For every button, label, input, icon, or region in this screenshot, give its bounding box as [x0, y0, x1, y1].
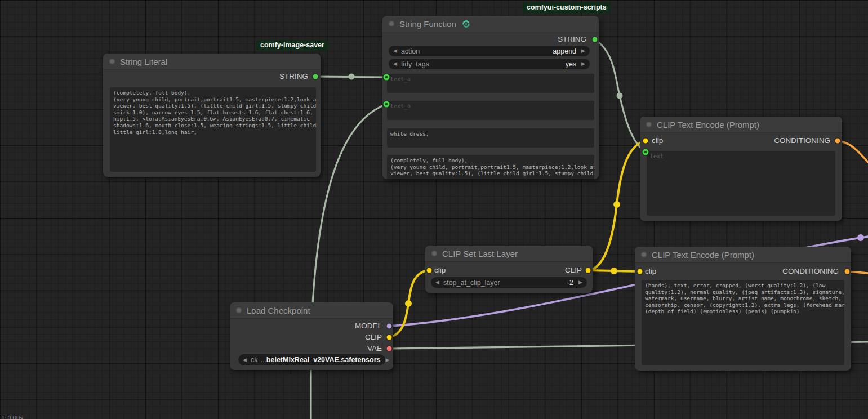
text-a-placeholder: text_a	[390, 76, 411, 82]
node-title: CLIP Set Last Layer	[442, 249, 518, 258]
node-clip-set-last-layer[interactable]: CLIP Set Last Layer clip CLIP ◀ stop_at_…	[425, 246, 593, 293]
widget-increment-arrow[interactable]: ▶	[578, 280, 582, 285]
widget-label: stop_at_clip_layer	[443, 279, 500, 287]
output-label-string: STRING	[558, 35, 586, 43]
widget-value: beletMixReal_v20VAE.safetensors	[266, 356, 381, 364]
widget-decrement-arrow[interactable]: ◀	[393, 61, 397, 66]
widget-decrement-arrow[interactable]: ◀	[243, 358, 247, 363]
widget-stop-at-clip-layer[interactable]: ◀ stop_at_clip_layer -2 ▶	[431, 277, 587, 288]
custom-scripts-icon	[461, 19, 471, 29]
reroute-dot-clip-3[interactable]	[613, 201, 620, 208]
reroute-dot-model[interactable]	[857, 234, 864, 241]
output-slot-model[interactable]	[387, 324, 392, 329]
collapse-dot[interactable]	[431, 251, 437, 256]
widget-increment-arrow[interactable]: ▶	[581, 61, 585, 66]
output-label-conditioning: CONDITIONING	[782, 268, 839, 275]
text-textarea[interactable]: text	[647, 151, 835, 216]
reroute-dot-clip-1[interactable]	[405, 300, 412, 307]
output-slot-conditioning[interactable]	[835, 139, 840, 144]
widget-value: append	[420, 47, 576, 55]
widget-value: yes	[429, 60, 576, 68]
node-title-bar[interactable]: CLIP Text Encode (Prompt)	[635, 247, 851, 263]
node-title: Load Checkpoint	[247, 306, 310, 315]
node-title: String Function	[399, 19, 456, 29]
reroute-dot-string[interactable]	[349, 74, 355, 80]
input-label-clip: clip	[645, 268, 656, 275]
text-b-textarea[interactable]: text_b	[387, 101, 594, 120]
widget-label-ellipsis: ...	[260, 356, 266, 364]
input-slot-clip[interactable]	[427, 268, 432, 273]
output-slot-clip[interactable]	[387, 335, 392, 340]
widget-decrement-arrow[interactable]: ◀	[393, 48, 397, 54]
collapse-dot[interactable]	[646, 122, 652, 127]
output-label-model: MODEL	[355, 322, 382, 330]
widget-label: ck	[251, 356, 258, 364]
node-title-bar[interactable]: String Literal	[103, 54, 321, 70]
widget-action[interactable]: ◀ action append ▶	[389, 46, 590, 56]
output-slot-string[interactable]	[313, 74, 318, 79]
reroute-dot-string-2[interactable]	[617, 93, 623, 99]
input-slot-clip[interactable]	[638, 269, 643, 274]
output-label-conditioning: CONDITIONING	[774, 137, 830, 145]
output-slot-clip[interactable]	[586, 268, 591, 273]
node-title: String Literal	[120, 57, 167, 66]
widget-increment-arrow[interactable]: ▶	[386, 358, 390, 363]
output-label-clip: CLIP	[365, 333, 382, 341]
output-slot-conditioning[interactable]	[845, 269, 850, 274]
text-c-textarea[interactable]: white dress,	[387, 128, 594, 148]
node-title-bar[interactable]: CLIP Set Last Layer	[425, 246, 593, 262]
input-slot-clip[interactable]	[643, 139, 648, 144]
collapse-dot[interactable]	[236, 307, 242, 313]
wire-offscreen-to-text-b	[311, 104, 386, 419]
widget-increment-arrow[interactable]: ▶	[581, 48, 585, 54]
input-slot-text[interactable]	[643, 149, 649, 155]
output-label-string: STRING	[279, 73, 308, 81]
collapse-dot[interactable]	[389, 21, 394, 26]
text-placeholder: text	[650, 153, 664, 159]
output-label-clip: CLIP	[565, 266, 582, 274]
collapse-dot[interactable]	[641, 252, 647, 257]
text-d-textarea[interactable]: (completely, full body), (very young chi…	[387, 155, 594, 179]
badge-comfy-image-saver: comfy-image-saver	[256, 40, 328, 51]
collapse-dot[interactable]	[109, 59, 115, 64]
widget-value: -2	[500, 279, 573, 287]
widget-tidy-tags[interactable]: ◀ tidy_tags yes ▶	[389, 59, 590, 69]
node-title: CLIP Text Encode (Prompt)	[652, 250, 754, 260]
node-clip-text-encode-negative[interactable]: CLIP Text Encode (Prompt) clip CONDITION…	[635, 247, 851, 371]
node-title: CLIP Text Encode (Prompt)	[657, 120, 759, 130]
text-b-placeholder: text_b	[390, 103, 411, 109]
node-load-checkpoint[interactable]: Load Checkpoint MODEL CLIP VAE ◀ ck ... …	[230, 302, 393, 370]
badge-comfyui-custom-scripts: comfyui-custom-scripts	[523, 2, 611, 13]
widget-label: tidy_tags	[401, 60, 429, 68]
input-label-clip: clip	[434, 266, 446, 274]
output-slot-string[interactable]	[593, 37, 598, 42]
negative-prompt-textarea[interactable]: (hands), text, error, cropped, (worst qu…	[642, 280, 844, 365]
text-a-textarea[interactable]: text_a	[387, 74, 594, 93]
input-label-clip: clip	[652, 137, 663, 145]
widget-ckpt-name[interactable]: ◀ ck ... beletMixReal_v20VAE.safetensors…	[238, 354, 385, 365]
input-slot-text-b[interactable]	[384, 101, 390, 108]
output-slot-vae[interactable]	[387, 346, 392, 351]
widget-label: action	[401, 47, 420, 55]
node-string-literal[interactable]: String Literal STRING (completely, full …	[103, 54, 321, 177]
wire-cond-positive	[838, 141, 868, 162]
execution-time-text: T: 0.00s	[1, 414, 23, 419]
node-string-function[interactable]: String Function STRING ◀ action append ▶…	[382, 16, 599, 179]
string-literal-textarea[interactable]: (completely, full body), (very young chi…	[110, 87, 316, 172]
output-label-vae: VAE	[367, 345, 382, 353]
node-title-bar[interactable]: CLIP Text Encode (Prompt)	[640, 117, 842, 133]
node-title-bar[interactable]: String Function	[382, 16, 599, 32]
reroute-dot-clip-2[interactable]	[611, 268, 617, 274]
node-title-bar[interactable]: Load Checkpoint	[230, 302, 393, 319]
input-slot-text-a[interactable]	[384, 74, 390, 81]
widget-decrement-arrow[interactable]: ◀	[435, 280, 439, 285]
node-clip-text-encode-positive[interactable]: CLIP Text Encode (Prompt) clip CONDITION…	[640, 117, 842, 221]
